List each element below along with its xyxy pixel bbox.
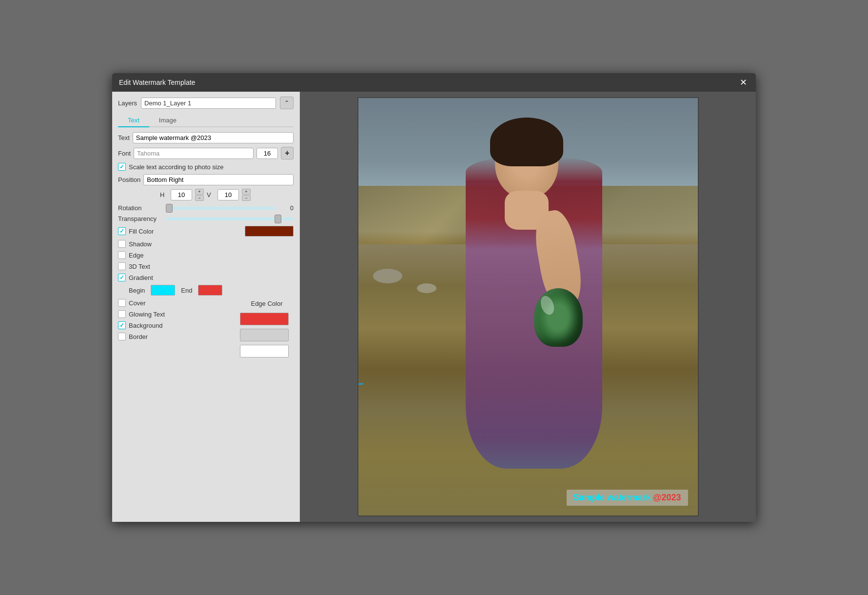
glowing-text-label: Glowing Text — [129, 311, 165, 318]
edge-row: Edge — [118, 251, 294, 259]
cover-label: Cover — [129, 299, 146, 307]
text-input[interactable] — [133, 132, 294, 143]
gradient-colors-row: Begin End — [118, 285, 294, 296]
glowing-text-checkbox[interactable] — [118, 310, 126, 318]
position-input[interactable] — [143, 174, 294, 185]
transparency-slider[interactable] — [166, 218, 294, 220]
border-label: Border — [129, 333, 148, 340]
v-up-button[interactable]: + — [242, 189, 251, 195]
watermark-text-red: @2023 — [653, 493, 681, 503]
figure-hair — [490, 118, 563, 166]
edit-watermark-dialog: Edit Watermark Template ✕ Layers ⌃ Text … — [112, 73, 756, 522]
text3d-checkbox[interactable] — [118, 262, 126, 270]
font-size-input[interactable] — [256, 148, 278, 159]
title-bar: Edit Watermark Template ✕ — [112, 73, 756, 92]
watermark-overlay: Sample watermark @2023 — [567, 490, 688, 506]
tab-image[interactable]: Image — [149, 114, 186, 127]
right-panel: Sample watermark @2023 — [300, 92, 756, 522]
fill-color-label: Fill Color — [129, 228, 154, 235]
left-panel: Layers ⌃ Text Image Text Font + — [112, 92, 300, 522]
right-swatches: Edge Color — [240, 299, 294, 357]
font-row: Font + — [118, 147, 294, 159]
cover-checkbox[interactable] — [118, 299, 126, 307]
layers-arrow-button[interactable]: ⌃ — [280, 97, 294, 109]
tabs-container: Text Image — [118, 114, 294, 127]
v-spinners: + − — [242, 189, 251, 201]
gradient-label: Gradient — [129, 274, 153, 281]
text3d-label: 3D Text — [129, 263, 150, 270]
h-spinners: + − — [195, 189, 204, 201]
scale-text-label: Scale text according to photo size — [129, 163, 223, 171]
edge-label: Edge — [129, 252, 143, 259]
transparency-row: Transparency — [118, 215, 294, 222]
font-plus-button[interactable]: + — [281, 147, 294, 159]
gradient-end-label: End — [181, 287, 192, 294]
rock2 — [417, 283, 436, 293]
fill-color-row: Fill Color — [118, 226, 294, 237]
watermark-text-cyan: Sample watermark — [573, 493, 651, 503]
font-label: Font — [118, 150, 131, 157]
rotation-row: Rotation 0 — [118, 204, 294, 212]
layers-label: Layers — [118, 99, 137, 107]
layers-row: Layers ⌃ — [118, 97, 294, 109]
two-col-section: Cover Glowing Text Background — [118, 299, 294, 357]
h-input[interactable] — [171, 189, 192, 200]
h-label: H — [160, 191, 168, 198]
hv-row: H + − V + − — [118, 189, 294, 201]
dialog-title: Edit Watermark Template — [119, 79, 195, 86]
h-down-button[interactable]: − — [195, 195, 204, 201]
rotation-slider[interactable] — [166, 207, 275, 210]
gradient-begin-label: Begin — [129, 287, 145, 294]
scale-text-checkbox[interactable] — [118, 163, 126, 171]
text-label: Text — [118, 134, 130, 141]
background-checkbox[interactable] — [118, 321, 126, 329]
border-checkbox[interactable] — [118, 333, 126, 340]
h-up-button[interactable]: + — [195, 189, 204, 195]
border-row: Border — [118, 333, 236, 340]
gradient-end-swatch[interactable] — [198, 285, 222, 296]
v-down-button[interactable]: − — [242, 195, 251, 201]
glowing-text-row: Glowing Text — [118, 310, 236, 318]
rotation-value: 0 — [279, 204, 294, 212]
position-label: Position — [118, 176, 140, 183]
edge-color-label: Edge Color — [240, 300, 294, 307]
background-label: Background — [129, 322, 162, 329]
shadow-label: Shadow — [129, 240, 152, 248]
layers-input[interactable] — [141, 98, 276, 109]
edge-checkbox[interactable] — [118, 251, 126, 259]
gradient-begin-swatch[interactable] — [151, 285, 175, 296]
gradient-row: Gradient — [118, 274, 294, 281]
shadow-checkbox[interactable] — [118, 240, 126, 248]
text-row: Text — [118, 132, 294, 143]
close-button[interactable]: ✕ — [738, 78, 749, 87]
vase — [534, 288, 583, 347]
rock1 — [373, 269, 402, 283]
scale-text-row: Scale text according to photo size — [118, 163, 294, 171]
glowing-text-color-swatch[interactable] — [240, 313, 289, 325]
position-row: Position — [118, 174, 294, 185]
tab-text[interactable]: Text — [118, 114, 149, 127]
cover-row: Cover — [118, 299, 236, 307]
v-label: V — [207, 191, 215, 198]
rotation-label: Rotation — [118, 204, 162, 212]
text3d-row: 3D Text — [118, 262, 294, 270]
gradient-checkbox[interactable] — [118, 274, 126, 281]
v-input[interactable] — [217, 189, 239, 200]
font-input[interactable] — [134, 148, 254, 159]
shadow-row: Shadow — [118, 240, 294, 248]
fill-color-checkbox[interactable] — [118, 227, 126, 235]
background-row: Background — [118, 321, 236, 329]
left-checks: Cover Glowing Text Background — [118, 299, 236, 357]
dialog-body: Layers ⌃ Text Image Text Font + — [112, 92, 756, 522]
transparency-label: Transparency — [118, 215, 162, 222]
background-color-swatch[interactable] — [240, 329, 289, 341]
fill-color-swatch[interactable] — [245, 226, 294, 237]
border-color-swatch[interactable] — [240, 345, 289, 357]
